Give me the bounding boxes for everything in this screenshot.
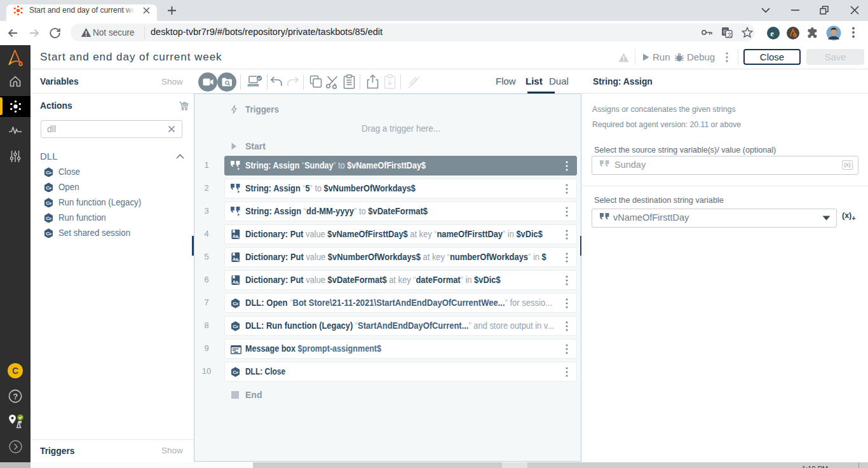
- svg-text:e: e: [770, 29, 774, 38]
- svg-text:?: ?: [13, 392, 18, 401]
- svg-text:文: 文: [727, 31, 733, 38]
